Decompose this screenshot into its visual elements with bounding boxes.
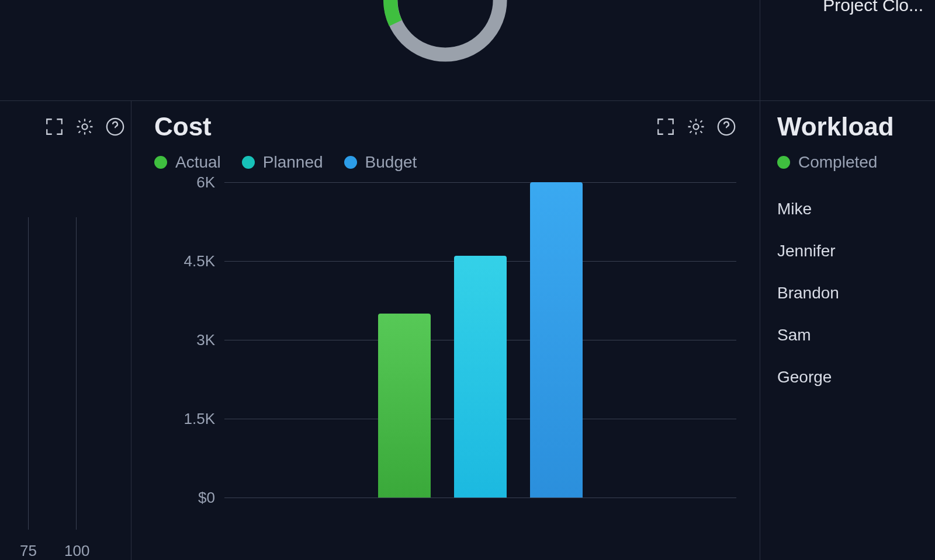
svg-point-1 bbox=[82, 124, 87, 129]
y-axis: 6K 4.5K 3K 1.5K $0 bbox=[154, 182, 219, 498]
progress-arc bbox=[131, 0, 760, 105]
y-tick: 4.5K bbox=[184, 252, 216, 270]
legend-label: Completed bbox=[798, 153, 877, 172]
bar-actual[interactable] bbox=[378, 314, 431, 498]
left-panel: 75 100 bbox=[0, 100, 131, 560]
y-tick: 6K bbox=[196, 173, 215, 192]
plot-area bbox=[224, 182, 736, 498]
y-tick: 3K bbox=[196, 331, 215, 349]
legend-label: Budget bbox=[365, 153, 417, 172]
legend-label: Planned bbox=[263, 153, 323, 172]
dot-icon bbox=[344, 156, 357, 169]
list-item: Mike bbox=[777, 200, 917, 218]
legend-item-actual[interactable]: Actual bbox=[154, 153, 221, 172]
legend-item-planned[interactable]: Planned bbox=[242, 153, 323, 172]
expand-icon[interactable] bbox=[656, 117, 676, 137]
truncated-title: Project Clo... bbox=[823, 0, 923, 15]
list-item: Jennifer bbox=[777, 242, 917, 260]
left-axis-ticks: 75 100 bbox=[6, 346, 131, 560]
workload-legend: Completed bbox=[777, 153, 917, 182]
cost-panel-actions bbox=[656, 117, 736, 137]
help-icon[interactable] bbox=[716, 117, 736, 137]
axis-tick: 100 bbox=[64, 542, 89, 560]
axis-tick: 75 bbox=[20, 542, 37, 560]
bar-budget[interactable] bbox=[530, 182, 583, 498]
help-icon[interactable] bbox=[105, 117, 125, 137]
dot-icon bbox=[777, 156, 790, 169]
legend-label: Actual bbox=[175, 153, 221, 172]
left-panel-actions bbox=[44, 117, 125, 137]
top-center-panel bbox=[131, 0, 760, 100]
top-right-panel: Project Clo... bbox=[760, 0, 935, 100]
list-item: George bbox=[777, 368, 917, 387]
legend-item-budget[interactable]: Budget bbox=[344, 153, 417, 172]
gear-icon[interactable] bbox=[686, 117, 706, 137]
gear-icon[interactable] bbox=[75, 117, 95, 137]
bar-planned[interactable] bbox=[454, 256, 507, 498]
expand-icon[interactable] bbox=[44, 117, 64, 137]
cost-panel: Cost Actual Planned Budget bbox=[131, 100, 760, 560]
list-item: Sam bbox=[777, 326, 917, 345]
cost-legend: Actual Planned Budget bbox=[131, 153, 760, 182]
dot-icon bbox=[154, 156, 167, 169]
gridline bbox=[224, 498, 736, 498]
list-item: Brandon bbox=[777, 284, 917, 302]
donut-icon bbox=[340, 0, 550, 70]
dot-icon bbox=[242, 156, 255, 169]
panel-title: Cost bbox=[154, 112, 212, 141]
y-tick: 1.5K bbox=[184, 410, 216, 428]
cost-chart: 6K 4.5K 3K 1.5K $0 bbox=[154, 182, 736, 498]
legend-item-completed[interactable]: Completed bbox=[777, 153, 877, 172]
workload-names: Mike Jennifer Brandon Sam George bbox=[777, 200, 917, 387]
gridline bbox=[224, 182, 736, 183]
workload-panel: Workload Completed Mike Jennifer Brandon… bbox=[760, 100, 935, 560]
svg-point-0 bbox=[390, 0, 500, 55]
y-tick: $0 bbox=[198, 489, 215, 507]
svg-point-3 bbox=[693, 124, 698, 129]
panel-title: Workload bbox=[777, 112, 894, 141]
